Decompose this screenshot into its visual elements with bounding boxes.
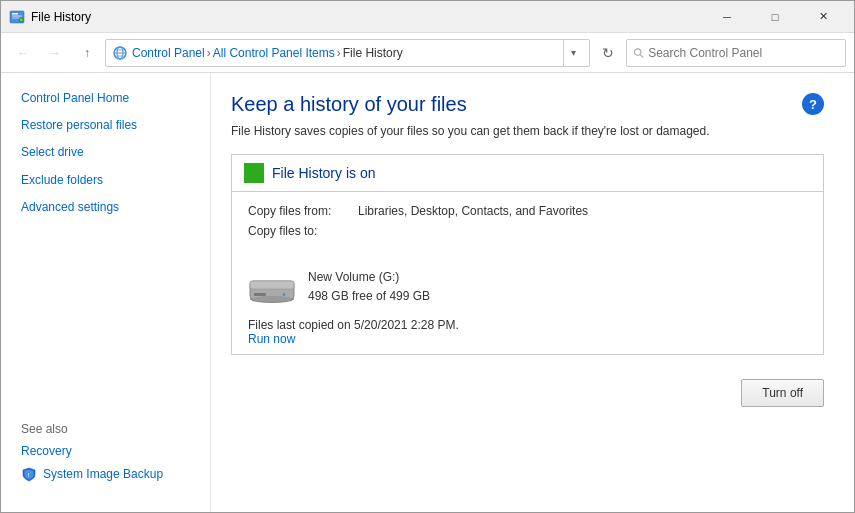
svg-rect-2 <box>12 15 22 16</box>
address-bar: ← → ↑ Control Panel › All Control Panel … <box>1 33 854 73</box>
sidebar-item-control-panel-home[interactable]: Control Panel Home <box>1 85 210 112</box>
main-panel: Keep a history of your files File Histor… <box>211 73 854 512</box>
status-text: File History is on <box>272 165 375 181</box>
drive-details: New Volume (G:) 498 GB free of 499 GB <box>308 268 430 306</box>
sidebar-item-restore-personal-files[interactable]: Restore personal files <box>1 112 210 139</box>
recovery-label: Recovery <box>21 442 72 461</box>
sidebar-item-system-image-backup[interactable]: ! System Image Backup <box>21 465 190 484</box>
forward-button[interactable]: → <box>41 39 69 67</box>
page-description: File History saves copies of your files … <box>231 124 710 138</box>
maximize-button[interactable]: □ <box>752 1 798 33</box>
app-icon: ↻ <box>9 9 25 25</box>
breadcrumb-control-panel[interactable]: Control Panel <box>132 46 205 60</box>
sidebar-see-also-section: See also Recovery ! System Image Backup <box>1 410 210 500</box>
status-header: File History is on <box>232 155 823 192</box>
window-title: File History <box>31 10 704 24</box>
svg-rect-3 <box>12 17 20 18</box>
title-bar: ↻ File History ─ □ ✕ <box>1 1 854 33</box>
see-also-label: See also <box>21 422 190 436</box>
minimize-button[interactable]: ─ <box>704 1 750 33</box>
drive-name: New Volume (G:) <box>308 268 430 287</box>
run-now-link[interactable]: Run now <box>248 332 807 346</box>
search-box[interactable] <box>626 39 846 67</box>
close-button[interactable]: ✕ <box>800 1 846 33</box>
svg-text:↻: ↻ <box>20 18 23 22</box>
action-bar: Turn off <box>231 371 824 407</box>
content-area: Control Panel Home Restore personal file… <box>1 73 854 512</box>
copy-from-label: Copy files from: <box>248 204 358 218</box>
svg-point-17 <box>252 296 292 302</box>
shield-icon: ! <box>21 466 37 482</box>
address-path[interactable]: Control Panel › All Control Panel Items … <box>105 39 590 67</box>
svg-rect-18 <box>254 293 266 296</box>
globe-icon <box>112 45 128 61</box>
page-title: Keep a history of your files <box>231 93 710 116</box>
system-image-backup-label: System Image Backup <box>43 465 163 484</box>
drive-space: 498 GB free of 499 GB <box>308 287 430 306</box>
help-button[interactable]: ? <box>802 93 824 115</box>
search-input[interactable] <box>648 46 839 60</box>
breadcrumb-current: File History <box>343 46 403 60</box>
breadcrumb-all-items[interactable]: All Control Panel Items <box>213 46 335 60</box>
sidebar-item-recovery[interactable]: Recovery <box>21 442 190 461</box>
svg-rect-16 <box>250 281 294 289</box>
svg-point-19 <box>283 293 286 296</box>
breadcrumb: Control Panel › All Control Panel Items … <box>132 46 563 60</box>
search-icon <box>633 47 644 59</box>
status-box: File History is on Copy files from: Libr… <box>231 154 824 355</box>
main-window: ↻ File History ─ □ ✕ ← → ↑ <box>0 0 855 513</box>
last-copied-info: Files last copied on 5/20/2021 2:28 PM. … <box>232 314 823 354</box>
drive-info: New Volume (G:) 498 GB free of 499 GB <box>232 260 823 314</box>
copy-from-row: Copy files from: Libraries, Desktop, Con… <box>232 192 823 256</box>
sidebar: Control Panel Home Restore personal file… <box>1 73 211 512</box>
copy-to-label: Copy files to: <box>248 224 358 238</box>
svg-point-11 <box>634 48 640 54</box>
refresh-button[interactable]: ↻ <box>594 39 622 67</box>
up-button[interactable]: ↑ <box>73 39 101 67</box>
copy-from-value: Libraries, Desktop, Contacts, and Favori… <box>358 204 588 218</box>
turn-off-button[interactable]: Turn off <box>741 379 824 407</box>
sidebar-item-select-drive[interactable]: Select drive <box>1 139 210 166</box>
svg-line-12 <box>640 54 643 57</box>
sidebar-item-exclude-folders[interactable]: Exclude folders <box>1 167 210 194</box>
status-indicator <box>244 163 264 183</box>
svg-rect-1 <box>12 13 18 15</box>
window-controls: ─ □ ✕ <box>704 1 846 33</box>
drive-icon <box>248 271 296 303</box>
last-copied-text: Files last copied on 5/20/2021 2:28 PM. <box>248 318 807 332</box>
back-button[interactable]: ← <box>9 39 37 67</box>
address-chevron[interactable]: ▾ <box>563 39 583 67</box>
sidebar-item-advanced-settings[interactable]: Advanced settings <box>1 194 210 221</box>
